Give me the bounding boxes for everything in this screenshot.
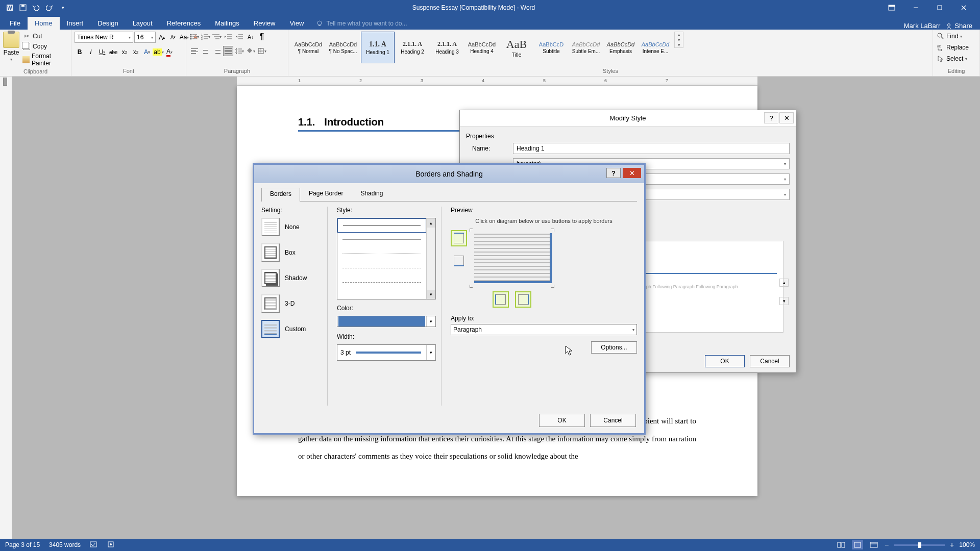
word-app-icon[interactable]: W <box>5 3 14 12</box>
user-name[interactable]: Mark LaBarr <box>904 22 941 30</box>
redo-icon[interactable] <box>45 3 54 12</box>
horizontal-ruler[interactable]: 1 2 3 4 5 6 7 <box>237 77 757 86</box>
select-button[interactable]: Select▾ <box>936 54 968 63</box>
apply-to-combo[interactable]: Paragraph▾ <box>451 324 637 335</box>
modify-style-titlebar[interactable]: Modify Style ? ✕ <box>460 110 796 127</box>
undo-icon[interactable] <box>32 3 41 12</box>
multilevel-list-button[interactable]: ▾ <box>212 32 222 42</box>
preview-left-border-button[interactable] <box>493 291 509 308</box>
bullets-button[interactable]: ▾ <box>189 32 200 42</box>
zoom-in-button[interactable]: + <box>950 541 954 549</box>
ribbon-display-icon[interactable] <box>880 0 903 15</box>
align-left-button[interactable] <box>189 46 200 56</box>
bold-button[interactable]: B <box>75 47 85 57</box>
borders-ok-button[interactable]: OK <box>539 414 585 427</box>
highlight-button[interactable]: ab▾ <box>153 47 163 57</box>
borders-tab-page-border[interactable]: Page Border <box>300 187 352 201</box>
paste-button[interactable]: Paste ▾ <box>3 32 19 62</box>
design-tab[interactable]: Design <box>90 17 125 30</box>
style-item-intense-e-[interactable]: AaBbCcDdIntense E... <box>639 32 672 63</box>
styles-scroll-down[interactable]: ▾ <box>675 37 683 42</box>
style-item-emphasis[interactable]: AaBbCcDdEmphasis <box>604 32 638 63</box>
view-tab[interactable]: View <box>282 17 311 30</box>
spelling-icon[interactable] <box>90 541 98 549</box>
borders-help-button[interactable]: ? <box>606 168 621 178</box>
style-item-subtle-em-[interactable]: AaBbCcDdSubtle Em... <box>569 32 603 63</box>
grow-font-button[interactable]: A▴ <box>157 32 167 42</box>
style-scroll-up[interactable]: ▴ <box>427 218 435 228</box>
copy-button[interactable]: Copy <box>21 42 68 51</box>
border-color-combo[interactable]: ▾ <box>337 316 436 327</box>
sort-button[interactable]: A↓ <box>246 32 256 42</box>
preview-right-border-button[interactable] <box>515 291 531 308</box>
style-item-heading-3[interactable]: 2.1.1. AHeading 3 <box>430 32 464 63</box>
preview-bottom-border-button[interactable] <box>451 253 467 269</box>
align-right-button[interactable] <box>212 46 222 56</box>
save-icon[interactable] <box>18 3 28 12</box>
tell-me-search[interactable]: Tell me what you want to do... <box>311 17 412 30</box>
print-layout-button[interactable] <box>852 540 863 549</box>
styles-more-button[interactable]: ▾ <box>675 42 683 47</box>
font-size-combo[interactable]: 16▾ <box>134 32 156 43</box>
styles-scroll-up[interactable]: ▴ <box>675 32 683 37</box>
preview-diagram[interactable] <box>471 230 553 286</box>
setting-box[interactable]: Box <box>261 243 322 262</box>
borders-button[interactable]: ▾ <box>257 46 267 56</box>
preview-top-border-button[interactable] <box>451 230 467 246</box>
style-item-heading-4[interactable]: AaBbCcDdHeading 4 <box>465 32 499 63</box>
shading-button[interactable]: ▾ <box>246 46 256 56</box>
modify-ok-button[interactable]: OK <box>705 355 745 367</box>
setting-3d[interactable]: 3-D <box>261 294 322 313</box>
style-name-input[interactable] <box>513 143 790 154</box>
borders-cancel-button[interactable]: Cancel <box>590 414 636 427</box>
find-button[interactable]: Find▾ <box>936 32 963 41</box>
replace-button[interactable]: abReplace <box>936 43 970 52</box>
style-line-dashdot[interactable] <box>337 276 426 290</box>
vertical-ruler[interactable] <box>0 77 12 539</box>
zoom-level[interactable]: 100% <box>959 541 975 548</box>
page-indicator[interactable]: Page 3 of 15 <box>5 541 40 548</box>
options-button[interactable]: Options... <box>591 341 637 354</box>
modify-preview-scroll-up[interactable]: ▴ <box>779 279 789 287</box>
review-tab[interactable]: Review <box>247 17 283 30</box>
borders-tab-shading[interactable]: Shading <box>352 187 391 201</box>
border-width-combo[interactable]: 3 pt ▾ <box>337 344 436 361</box>
web-layout-button[interactable] <box>868 540 879 549</box>
underline-button[interactable]: U▾ <box>97 47 107 57</box>
subscript-button[interactable]: x2 <box>119 47 130 57</box>
layout-tab[interactable]: Layout <box>126 17 160 30</box>
text-effects-button[interactable]: A▾ <box>142 47 152 57</box>
show-marks-button[interactable]: ¶ <box>257 32 267 42</box>
superscript-button[interactable]: x2 <box>131 47 141 57</box>
justify-button[interactable] <box>223 46 233 56</box>
strikethrough-button[interactable]: abc <box>108 47 118 57</box>
style-item-subtitle[interactable]: AaBbCcDSubtitle <box>534 32 568 63</box>
zoom-out-button[interactable]: − <box>885 541 889 549</box>
style-item--no-spac-[interactable]: AaBbCcDd¶ No Spac... <box>326 32 360 63</box>
borders-titlebar[interactable]: Borders and Shading ? ✕ <box>254 165 644 183</box>
macro-icon[interactable] <box>107 541 114 549</box>
mailings-tab[interactable]: Mailings <box>208 17 247 30</box>
style-line-dotted[interactable] <box>337 247 426 261</box>
style-line-dashed[interactable] <box>337 261 426 276</box>
modify-cancel-button[interactable]: Cancel <box>750 355 790 367</box>
read-mode-button[interactable] <box>836 540 847 549</box>
style-line-solid-thin[interactable] <box>337 233 426 247</box>
home-tab[interactable]: Home <box>28 17 60 30</box>
style-item--normal[interactable]: AaBbCcDd¶ Normal <box>291 32 325 63</box>
maximize-button[interactable] <box>928 0 951 15</box>
modify-preview-scroll-down[interactable]: ▾ <box>779 297 789 305</box>
font-name-combo[interactable]: Times New R▾ <box>75 32 133 43</box>
border-style-list[interactable]: ▴ ▾ <box>337 218 436 299</box>
style-line-solid[interactable] <box>337 218 426 233</box>
format-painter-button[interactable]: Format Painter <box>21 52 68 67</box>
modify-close-button[interactable]: ✕ <box>779 112 794 123</box>
style-scroll-down[interactable]: ▾ <box>427 290 435 299</box>
numbering-button[interactable]: 123▾ <box>201 32 211 42</box>
ruler-selector-icon[interactable] <box>3 78 7 86</box>
setting-none[interactable]: None <box>261 218 322 236</box>
close-button[interactable] <box>952 0 975 15</box>
line-spacing-button[interactable]: ▾ <box>234 46 244 56</box>
increase-indent-button[interactable] <box>234 32 244 42</box>
style-scroll-track[interactable] <box>427 228 435 290</box>
